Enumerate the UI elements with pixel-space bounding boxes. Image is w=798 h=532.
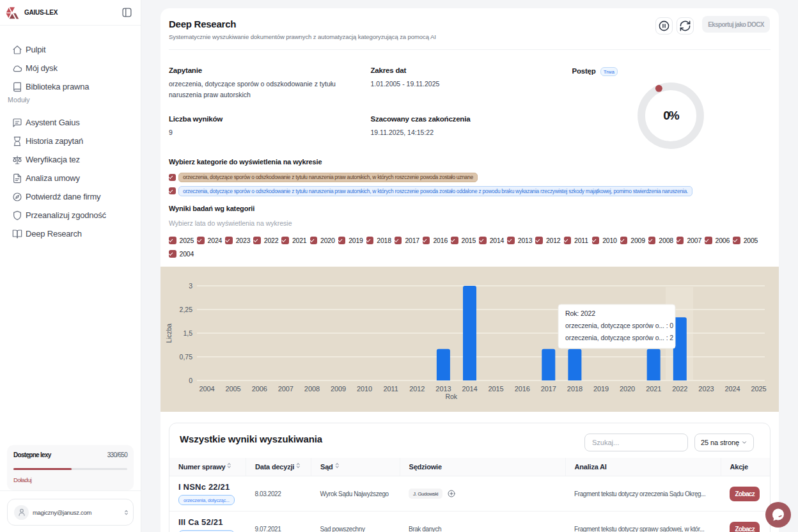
svg-text:2015: 2015 (489, 385, 504, 393)
svg-text:2005: 2005 (226, 385, 241, 393)
svg-text:2010: 2010 (357, 385, 372, 393)
svg-text:2016: 2016 (515, 385, 530, 393)
svg-text:3: 3 (189, 282, 192, 290)
svg-text:2008: 2008 (304, 385, 320, 393)
svg-text:Rok: Rok (445, 393, 457, 400)
svg-text:2011: 2011 (384, 385, 398, 393)
svg-text:2013: 2013 (435, 385, 451, 393)
svg-text:2023: 2023 (698, 385, 714, 393)
svg-text:2019: 2019 (593, 385, 609, 393)
svg-text:2025: 2025 (751, 385, 767, 393)
svg-text:2017: 2017 (541, 385, 556, 393)
svg-text:0,75: 0,75 (180, 353, 193, 361)
svg-text:2022: 2022 (672, 385, 687, 393)
svg-text:2012: 2012 (409, 385, 425, 393)
svg-text:1,5: 1,5 (183, 329, 192, 337)
svg-text:2024: 2024 (724, 385, 740, 393)
svg-text:orzeczenia, dotyczące sporów o: orzeczenia, dotyczące sporów o... : 0 (565, 322, 673, 329)
svg-text:2009: 2009 (331, 385, 346, 393)
svg-text:Rok: 2022: Rok: 2022 (565, 309, 595, 317)
svg-text:2007: 2007 (278, 385, 293, 393)
svg-text:2,25: 2,25 (180, 306, 193, 313)
svg-text:0: 0 (189, 377, 192, 384)
svg-text:Liczba: Liczba (165, 324, 173, 343)
svg-text:2020: 2020 (620, 385, 635, 393)
svg-text:2014: 2014 (462, 385, 477, 393)
svg-text:2021: 2021 (646, 385, 661, 393)
svg-text:2018: 2018 (567, 385, 583, 393)
svg-text:2004: 2004 (199, 385, 214, 393)
svg-text:orzeczenia, dotyczące sporów o: orzeczenia, dotyczące sporów o... : 2 (565, 334, 673, 341)
svg-text:2006: 2006 (252, 385, 267, 393)
